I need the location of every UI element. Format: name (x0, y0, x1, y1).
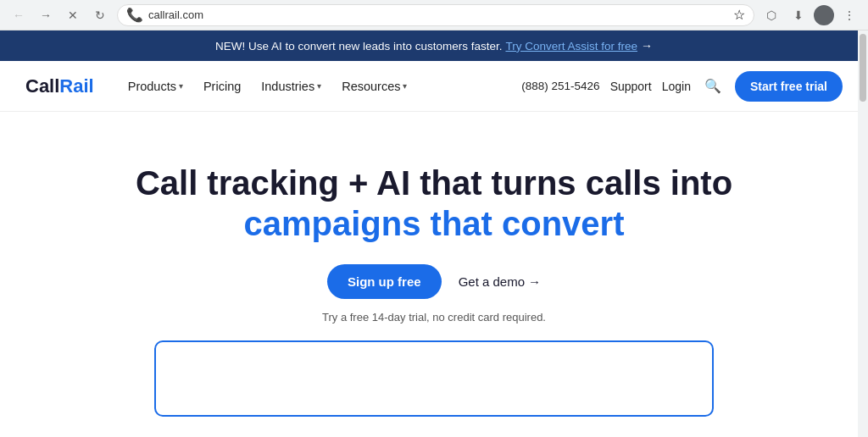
site-favicon: 📞 (126, 7, 143, 23)
menu-button[interactable]: ⋮ (837, 3, 861, 27)
reload-button[interactable]: ↻ (88, 3, 112, 27)
close-icon: ✕ (68, 8, 78, 22)
nav-industries[interactable]: Industries ▾ (253, 73, 330, 100)
nav-pricing[interactable]: Pricing (195, 73, 249, 100)
reload-icon: ↻ (95, 8, 105, 22)
industries-chevron: ▾ (317, 81, 321, 91)
address-bar-container: 📞 ☆ (117, 4, 754, 26)
products-chevron: ▾ (179, 81, 183, 91)
support-link[interactable]: Support (610, 80, 652, 93)
download-button[interactable]: ⬇ (787, 3, 810, 27)
dashboard-preview (154, 340, 714, 417)
nav-products[interactable]: Products ▾ (120, 73, 192, 100)
signup-button[interactable]: Sign up free (327, 264, 442, 299)
announcement-banner: NEW! Use AI to convert new leads into cu… (0, 30, 868, 61)
extensions-icon: ⬡ (766, 8, 776, 22)
website-content: NEW! Use AI to convert new leads into cu… (0, 30, 868, 437)
browser-controls: ← → ✕ ↻ (7, 3, 112, 27)
hero-subtext: Try a free 14-day trial, no credit card … (17, 311, 851, 324)
navbar: CallRail Products ▾ Pricing Industries ▾… (0, 61, 868, 112)
browser-chrome: ← → ✕ ↻ 📞 ☆ ⬡ ⬇ ⋮ (0, 0, 868, 30)
banner-arrow: → (641, 39, 653, 53)
profile-button[interactable] (814, 5, 834, 25)
resources-chevron: ▾ (403, 81, 407, 91)
back-icon: ← (13, 8, 25, 22)
hero-section: Call tracking + AI that turns calls into… (0, 112, 868, 437)
address-bar[interactable] (148, 8, 728, 21)
banner-text: NEW! Use AI to convert new leads into cu… (215, 40, 502, 53)
start-trial-button[interactable]: Start free trial (735, 71, 843, 102)
forward-icon: → (40, 8, 52, 22)
nav-right: (888) 251-5426 Support Login 🔍 Start fre… (521, 71, 843, 102)
close-button[interactable]: ✕ (61, 3, 85, 27)
forward-button[interactable]: → (34, 3, 58, 27)
extensions-button[interactable]: ⬡ (760, 3, 783, 27)
login-link[interactable]: Login (662, 80, 691, 93)
menu-icon: ⋮ (843, 8, 855, 22)
banner-link[interactable]: Try Convert Assist for free (505, 40, 637, 53)
logo-rail: Rail (59, 75, 93, 97)
scrollbar-thumb[interactable] (860, 34, 866, 102)
logo-call: Call (25, 75, 59, 97)
hero-title-line1: Call tracking + AI that turns calls into (17, 163, 851, 203)
star-icon[interactable]: ☆ (733, 7, 745, 23)
scrollbar[interactable] (858, 30, 868, 437)
browser-actions: ⬡ ⬇ ⋮ (760, 3, 861, 27)
hero-title-line2: campaigns that convert (17, 203, 851, 244)
download-icon: ⬇ (793, 8, 804, 22)
logo[interactable]: CallRail (25, 75, 94, 97)
hero-cta: Sign up free Get a demo → (17, 264, 851, 299)
back-button[interactable]: ← (7, 3, 31, 27)
phone-number: (888) 251-5426 (521, 80, 599, 92)
demo-link[interactable]: Get a demo → (459, 274, 541, 289)
search-icon: 🔍 (704, 79, 721, 93)
nav-links: Products ▾ Pricing Industries ▾ Resource… (120, 73, 522, 100)
search-button[interactable]: 🔍 (701, 75, 725, 97)
nav-resources[interactable]: Resources ▾ (333, 73, 415, 100)
